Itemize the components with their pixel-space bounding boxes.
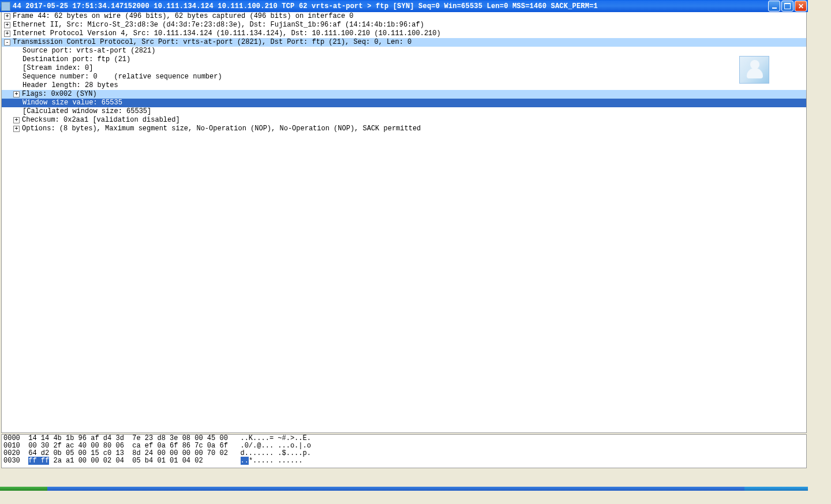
tree-label: Destination port: ftp (21) [23, 55, 806, 64]
tree-label: [Stream index: 0] [23, 64, 806, 73]
tree-label: Frame 44: 62 bytes on wire (496 bits), 6… [13, 12, 806, 21]
window-controls [768, 1, 807, 12]
hex-offset: 0030 [3, 457, 28, 465]
hex-ascii: *..... ...... [249, 457, 303, 465]
tree-label: Checksum: 0x2aa1 [validation disabled] [22, 116, 806, 125]
hex-dump-pane[interactable]: 0000 14 14 4b 1b 96 af d4 3d 7e 23 d8 3e… [1, 434, 807, 468]
expand-icon[interactable] [13, 117, 20, 123]
tree-label: Sequence number: 0 (relative sequence nu… [23, 73, 806, 81]
tree-row-ip[interactable]: Internet Protocol Version 4, Src: 10.111… [2, 29, 806, 38]
expand-icon[interactable] [4, 13, 10, 20]
tree-row-srcport[interactable]: Source port: vrts-at-port (2821) [2, 47, 806, 55]
expand-icon[interactable] [4, 31, 10, 37]
hex-row[interactable]: 0030 ff ff 2a a1 00 00 02 04 05 b4 01 01… [2, 457, 806, 465]
expand-icon[interactable] [13, 126, 20, 132]
tree-label: Flags: 0x002 (SYN) [22, 90, 806, 99]
system-tray[interactable] [744, 487, 808, 491]
avatar-icon [739, 56, 769, 84]
tree-row-calcwin[interactable]: [Calculated window size: 65535] [2, 107, 806, 116]
tree-label: Source port: vrts-at-port (2821) [23, 47, 806, 55]
hex-selected-ascii: .. [241, 457, 249, 465]
tree-label: Ethernet II, Src: Micro-St_23:d8:3e (d4:… [13, 21, 806, 29]
window-title: 44 2017-05-25 17:51:34.147152000 10.111.… [13, 2, 768, 10]
expand-icon[interactable] [4, 22, 10, 28]
tree-row-seq[interactable]: Sequence number: 0 (relative sequence nu… [2, 73, 806, 81]
app-icon [1, 2, 10, 11]
packet-details-pane[interactable]: Frame 44: 62 bytes on wire (496 bits), 6… [1, 12, 807, 433]
maximize-button[interactable] [781, 1, 793, 12]
hex-selected-bytes: ff ff [28, 457, 49, 465]
tree-row-checksum[interactable]: Checksum: 0x2aa1 [validation disabled] [2, 116, 806, 125]
tree-row-winsize[interactable]: Window size value: 65535 [2, 99, 806, 107]
close-button[interactable] [795, 1, 807, 12]
tree-label: Internet Protocol Version 4, Src: 10.111… [13, 29, 806, 38]
start-button[interactable] [0, 487, 47, 491]
tree-row-hdrlen[interactable]: Header length: 28 bytes [2, 81, 806, 90]
hex-bytes: 2a a1 00 00 02 04 05 b4 01 01 04 02 [49, 457, 240, 465]
titlebar[interactable]: 44 2017-05-25 17:51:34.147152000 10.111.… [0, 0, 808, 12]
tree-row-tcp[interactable]: Transmission Control Protocol, Src Port:… [2, 38, 806, 47]
tree-row-stream[interactable]: [Stream index: 0] [2, 64, 806, 73]
tree-label: Transmission Control Protocol, Src Port:… [13, 38, 806, 47]
collapse-icon[interactable] [4, 39, 10, 46]
tree-row-options[interactable]: Options: (8 bytes), Maximum segment size… [2, 125, 806, 133]
minimize-button[interactable] [768, 1, 780, 12]
tree-label: Window size value: 65535 [23, 99, 806, 107]
tree-row-ethernet[interactable]: Ethernet II, Src: Micro-St_23:d8:3e (d4:… [2, 21, 806, 29]
tree-label: [Calculated window size: 65535] [23, 107, 806, 116]
tree-label: Options: (8 bytes), Maximum segment size… [22, 125, 806, 133]
expand-icon[interactable] [13, 91, 20, 97]
tree-row-frame[interactable]: Frame 44: 62 bytes on wire (496 bits), 6… [2, 12, 806, 21]
tree-row-flags[interactable]: Flags: 0x002 (SYN) [2, 90, 806, 99]
tree-row-dstport[interactable]: Destination port: ftp (21) [2, 55, 806, 64]
taskbar[interactable] [0, 487, 808, 491]
tree-label: Header length: 28 bytes [23, 81, 806, 90]
